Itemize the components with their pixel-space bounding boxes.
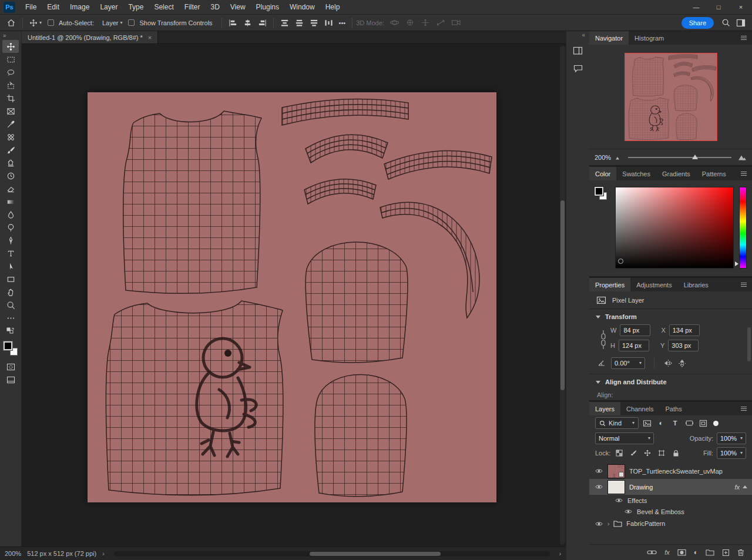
layer-thumbnail[interactable] — [607, 480, 625, 494]
filter-adjustment-layers-button[interactable]: ◐ — [655, 417, 667, 429]
lock-position-button[interactable] — [642, 448, 653, 458]
distribute-spacing-button[interactable] — [321, 16, 336, 30]
document-tab[interactable]: Untitled-1 @ 200% (Drawing, RGB/8#) * × — [22, 31, 158, 43]
align-section-header[interactable]: Align and Distribute — [589, 374, 752, 390]
lock-artboard-button[interactable] — [656, 448, 667, 458]
close-tab-icon[interactable]: × — [148, 34, 152, 41]
hue-slider[interactable] — [739, 187, 747, 269]
dodge-tool[interactable] — [2, 221, 19, 234]
layer-row-bevel-emboss[interactable]: Bevel & Emboss — [589, 506, 752, 517]
visibility-toggle[interactable] — [614, 498, 623, 503]
layer-thumbnail[interactable] — [607, 464, 625, 478]
flip-vertical-button[interactable] — [679, 358, 686, 368]
height-field[interactable]: 124 px — [619, 340, 649, 351]
spot-healing-brush-tool[interactable] — [2, 130, 19, 143]
frame-tool[interactable] — [2, 105, 19, 118]
layer-effects-badge[interactable]: fx — [734, 484, 747, 491]
layer-name[interactable]: TOP_TurtleneckSweater_uvMap — [629, 468, 723, 475]
auto-select-target-dropdown[interactable]: Layer▾ — [99, 16, 126, 30]
menu-view[interactable]: View — [225, 0, 251, 14]
rectangular-marquee-tool[interactable] — [2, 53, 19, 66]
panel-menu-button[interactable] — [736, 31, 752, 45]
object-selection-tool[interactable] — [2, 79, 19, 92]
tab-gradients[interactable]: Gradients — [656, 167, 696, 180]
properties-scrollbar-thumb[interactable] — [747, 327, 751, 361]
layer-name[interactable]: Drawing — [629, 484, 653, 491]
tab-libraries[interactable]: Libraries — [678, 278, 714, 291]
more-align-options-button[interactable]: ••• — [336, 16, 349, 30]
move-tool[interactable] — [2, 40, 19, 53]
zoom-out-icon[interactable] — [615, 155, 622, 160]
document-canvas[interactable] — [88, 92, 496, 502]
menu-filter[interactable]: Filter — [179, 0, 206, 14]
saturation-brightness-field[interactable] — [615, 187, 734, 269]
eyedropper-tool[interactable] — [2, 118, 19, 130]
lock-all-button[interactable] — [670, 448, 681, 458]
color-picker-cursor[interactable] — [618, 259, 623, 264]
tab-paths[interactable]: Paths — [660, 402, 688, 415]
menu-window[interactable]: Window — [284, 0, 320, 14]
delete-layer-button[interactable] — [737, 549, 744, 556]
screen-mode-button[interactable] — [2, 373, 19, 386]
filter-pixel-layers-button[interactable] — [641, 417, 653, 429]
clone-stamp-tool[interactable] — [2, 156, 19, 169]
tab-channels[interactable]: Channels — [620, 402, 659, 415]
panel-menu-button[interactable] — [736, 278, 752, 291]
link-layers-button[interactable] — [647, 549, 657, 555]
expand-panels-icon[interactable]: « — [578, 31, 589, 39]
align-left-button[interactable] — [226, 16, 240, 30]
menu-layer[interactable]: Layer — [95, 0, 123, 14]
eraser-tool[interactable] — [2, 182, 19, 195]
fill-field[interactable]: 100% ▾ — [717, 447, 746, 459]
lasso-tool[interactable] — [2, 66, 19, 79]
zoom-in-icon[interactable] — [738, 154, 747, 160]
blur-tool[interactable] — [2, 208, 19, 221]
filter-shape-layers-button[interactable] — [683, 417, 695, 429]
foreground-color-swatch[interactable] — [4, 341, 12, 350]
path-selection-tool[interactable] — [2, 260, 19, 273]
maximize-button[interactable]: □ — [707, 0, 730, 14]
tab-swatches[interactable]: Swatches — [616, 167, 656, 180]
brush-tool[interactable] — [2, 143, 19, 156]
pasteboard[interactable] — [22, 44, 566, 546]
filter-kind-dropdown[interactable]: Kind ▾ — [595, 417, 639, 429]
foreground-color-swatch[interactable] — [595, 187, 603, 196]
layer-row-fabricpattern[interactable]: › FabricPattern — [589, 517, 752, 530]
menu-type[interactable]: Type — [123, 0, 149, 14]
menu-plugins[interactable]: Plugins — [251, 0, 284, 14]
tool-preset-move[interactable]: ▾ — [26, 16, 45, 30]
visibility-toggle[interactable] — [594, 521, 603, 527]
visibility-toggle[interactable] — [594, 484, 603, 489]
tab-adjustments[interactable]: Adjustments — [630, 278, 678, 291]
crop-tool[interactable] — [2, 92, 19, 105]
distribute-bottom-button[interactable] — [307, 16, 321, 30]
opacity-field[interactable]: 100% ▾ — [717, 432, 746, 444]
flip-horizontal-button[interactable] — [663, 360, 673, 367]
lock-transparency-button[interactable] — [614, 448, 625, 458]
add-layer-mask-button[interactable] — [677, 549, 686, 556]
layer-filtering-toggle[interactable] — [713, 421, 719, 426]
type-tool[interactable] — [2, 247, 19, 260]
learn-panel-button[interactable] — [571, 43, 585, 58]
align-center-button[interactable] — [240, 16, 255, 30]
rectangle-tool[interactable] — [2, 273, 19, 286]
zoom-slider-thumb[interactable] — [692, 155, 698, 159]
menu-file[interactable]: File — [20, 0, 42, 14]
tab-color[interactable]: Color — [589, 167, 616, 180]
expand-tools-icon[interactable]: » — [0, 32, 9, 40]
status-zoom[interactable]: 200% — [5, 550, 21, 557]
auto-select-checkbox[interactable]: Auto-Select: — [45, 16, 99, 30]
collapse-effects-icon[interactable] — [743, 485, 747, 488]
gradient-tool[interactable] — [2, 195, 19, 208]
tab-navigator[interactable]: Navigator — [589, 31, 629, 45]
distribute-top-button[interactable] — [277, 16, 292, 30]
layer-name[interactable]: FabricPattern — [626, 520, 665, 527]
panel-menu-button[interactable] — [736, 167, 752, 180]
filter-smart-objects-button[interactable] — [697, 417, 709, 429]
search-button[interactable] — [719, 16, 733, 30]
horizontal-scrollbar-thumb[interactable] — [310, 552, 441, 556]
new-group-button[interactable] — [706, 549, 714, 556]
minimize-button[interactable]: — — [685, 0, 707, 14]
history-brush-tool[interactable] — [2, 169, 19, 182]
edit-toolbar-button[interactable] — [2, 311, 19, 324]
